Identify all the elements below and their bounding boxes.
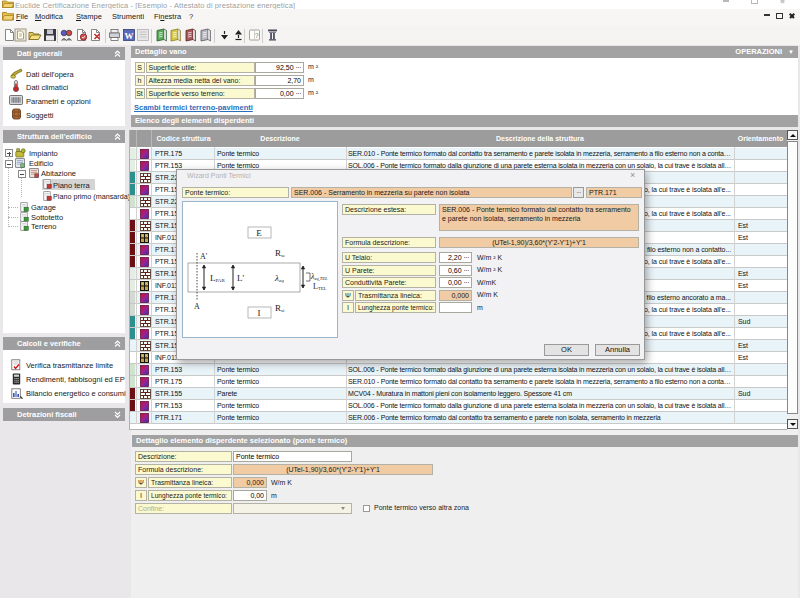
svg-text:W: W — [125, 31, 134, 41]
svg-text:L': L' — [237, 273, 244, 283]
svg-text:Rsi: Rsi — [275, 303, 285, 313]
svg-text:I: I — [258, 308, 261, 318]
svg-text:E: E — [256, 228, 262, 238]
svg-text:Rse: Rse — [275, 248, 286, 258]
svg-text:A': A' — [200, 252, 208, 261]
svg-text:?: ? — [254, 32, 258, 39]
svg-text:A: A — [194, 302, 200, 311]
svg-text:LTEL: LTEL — [313, 282, 326, 291]
svg-text:λeq,TEL: λeq,TEL — [310, 272, 328, 282]
